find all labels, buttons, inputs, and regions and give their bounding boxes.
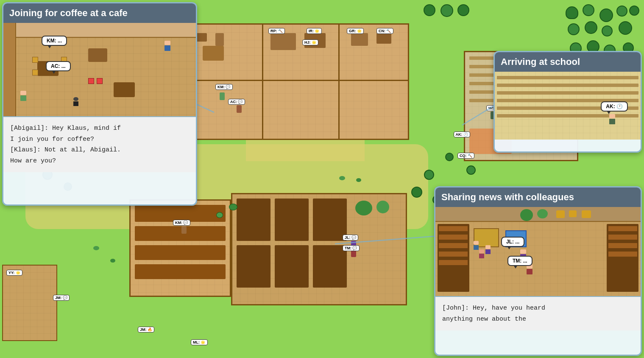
popup-colleagues-title: Sharing news with colleagues [435,187,641,207]
map-label-ir: IR: 🌟 [307,28,322,34]
popup-school-card: Arriving at school AK: 🕐 [493,51,642,153]
character-sprite-ak [609,114,615,124]
popup-cafe-title: Joining for coffee at a cafe [3,3,196,23]
speech-bubble-tm: TM: ... [507,256,532,266]
map-label-cn: CN: 🔨 [376,28,393,34]
map-label-ac2: AC: 💬 [228,99,245,105]
colleagues-game-view: JL: ... TM: ... [435,207,641,296]
shop-building-left: KM: 💬 [129,199,231,297]
speech-bubble-ak: AK: 🕐 [601,101,628,112]
map-label-gr: GR: 🌟 [347,28,364,34]
popup-colleagues-title-text: Sharing news with colleagues [441,192,574,202]
character-sprite-klaus [164,41,170,51]
cafe-dialog-text: [Abigail]: Hey Klaus, mind if I join you… [3,116,196,172]
speech-bubble-km: KM: ... [42,36,67,46]
game-map: RP: 🔨 IR: 🌟 HJ: 🌟 GR: 🌟 CN: 🔨 KM: 💬 AC: … [0,0,644,358]
market-building: JL: 💬 TM: 💬 [231,193,407,305]
popup-school-title-text: Arriving at school [501,56,580,67]
cafe-game-view: KM: ... AC: ... [3,23,196,116]
map-label-hj: HJ: 🌟 [302,39,318,45]
popup-cafe-card: Joining for coffee at a cafe [2,2,197,206]
map-label-tm2: TM: 💬 [343,245,360,251]
popup-colleagues-card: Sharing news with colleagues [434,186,642,356]
trees-cluster-top-center [424,2,474,28]
colleagues-dialog-text: [John]: Hey, have you heard anything new… [435,296,641,330]
corner-small-building: YY: 🌟 [2,265,57,341]
map-label-ml: ML: 🌟 [191,339,208,345]
office-complex: RP: 🔨 IR: 🌟 HJ: 🌟 GR: 🌟 CN: 🔨 KM: 💬 AC: … [184,23,409,140]
map-label-jm: JM: 💬 [53,295,70,301]
map-label-cq: KM: 💬 [173,220,190,226]
map-label-yy: YY: 🌟 [6,270,22,276]
map-label-jm2: JM: 🔥 [138,327,154,333]
character-cq [181,226,187,234]
character-km [220,92,225,100]
character-sprite-abigail-cafe [20,91,26,101]
map-label-km2: KM: 💬 [215,84,233,90]
map-label-jl2: JL: 💬 [343,235,358,241]
school-game-view: AK: 🕐 [495,72,641,140]
map-label-ak2: CQ: 🔨 [457,153,474,159]
character-sprite-left2 [479,249,484,258]
speech-bubble-ac: AC: ... [46,61,71,71]
map-label-km3: AK: 🕐 [454,131,471,137]
popup-school-title: Arriving at school [495,52,641,72]
character-ac [237,105,242,113]
popup-cafe-title-text: Joining for coffee at a cafe [9,8,128,18]
character-sprite-left1 [474,241,479,250]
speech-bubble-jl: JL: ... [501,237,524,247]
map-label-rp: RP: 🔨 [268,28,285,34]
character-sprite-left3 [485,245,491,254]
